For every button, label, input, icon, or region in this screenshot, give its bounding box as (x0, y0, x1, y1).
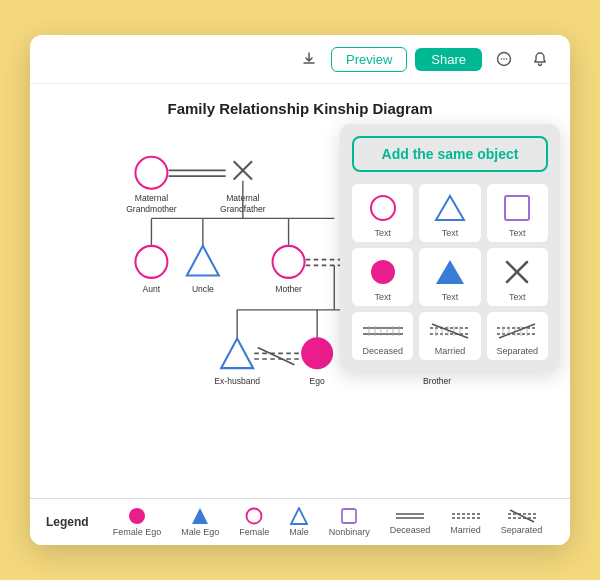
legend-item-male: Male (289, 507, 309, 537)
svg-point-61 (371, 260, 395, 284)
svg-marker-59 (436, 196, 464, 220)
legend-item-nonbinary: Nonbinary (329, 507, 370, 537)
svg-point-42 (301, 337, 333, 369)
legend-item-male-ego: Male Ego (181, 507, 219, 537)
connector-married[interactable]: Married (419, 312, 480, 360)
shape-triangle-filled[interactable]: Text (419, 248, 480, 306)
svg-point-48 (247, 509, 262, 524)
legend-bar: Legend Female Ego Male Ego Female (30, 498, 570, 545)
svg-rect-60 (505, 196, 529, 220)
svg-point-46 (129, 508, 145, 524)
svg-line-80 (432, 324, 468, 338)
legend-item-deceased: Deceased (390, 509, 431, 535)
legend-item-female-ego: Female Ego (113, 507, 162, 537)
svg-point-21 (135, 246, 167, 278)
svg-marker-37 (221, 338, 253, 368)
main-content: Family Relationship Kinship Diagram Mate… (30, 84, 570, 545)
shape-grid-filled: Text Text Text (352, 248, 548, 306)
svg-text:Uncle: Uncle (192, 284, 214, 294)
legend-item-married: Married (450, 509, 481, 535)
svg-point-58 (371, 196, 395, 220)
svg-rect-50 (342, 509, 356, 523)
connector-grid: Deceased Married (352, 312, 548, 360)
shape-circle-outline[interactable]: Text (352, 184, 413, 242)
svg-text:Grandmother: Grandmother (126, 204, 177, 214)
svg-line-88 (499, 324, 535, 338)
legend-label: Legend (46, 515, 89, 529)
popup-panel: Add the same object Text Text Text (340, 124, 560, 372)
add-same-object-button[interactable]: Add the same object (352, 136, 548, 172)
shape-x-mark[interactable]: Text (487, 248, 548, 306)
svg-point-4 (135, 157, 167, 189)
svg-line-41 (258, 348, 295, 365)
connector-separated[interactable]: Separated (487, 312, 548, 360)
legend-item-separated: Separated (501, 509, 543, 535)
chat-icon[interactable] (490, 45, 518, 73)
share-button[interactable]: Share (415, 48, 482, 71)
svg-marker-47 (192, 508, 208, 524)
svg-text:Ego: Ego (310, 376, 325, 386)
svg-text:Brother: Brother (423, 376, 451, 386)
svg-marker-62 (436, 260, 464, 284)
svg-point-2 (503, 58, 505, 60)
svg-marker-23 (187, 246, 219, 276)
shape-circle-filled[interactable]: Text (352, 248, 413, 306)
connector-double-line[interactable]: Deceased (352, 312, 413, 360)
svg-marker-49 (291, 508, 307, 524)
svg-text:Ex-husband: Ex-husband (214, 376, 260, 386)
svg-point-3 (506, 58, 508, 60)
preview-button[interactable]: Preview (331, 47, 407, 72)
svg-line-57 (510, 510, 534, 522)
shape-square-outline[interactable]: Text (487, 184, 548, 242)
shape-grid-outlines: Text Text Text (352, 184, 548, 242)
download-icon[interactable] (295, 45, 323, 73)
toolbar: Preview Share (30, 35, 570, 84)
legend-item-female: Female (239, 507, 269, 537)
svg-text:Mother: Mother (275, 284, 302, 294)
shape-triangle-outline[interactable]: Text (419, 184, 480, 242)
svg-text:Aunt: Aunt (143, 284, 161, 294)
bell-icon[interactable] (526, 45, 554, 73)
svg-point-25 (273, 246, 305, 278)
app-window: Preview Share Family Relationship Kinshi… (30, 35, 570, 545)
diagram-title: Family Relationship Kinship Diagram (54, 100, 546, 117)
svg-point-1 (501, 58, 503, 60)
svg-text:Maternal: Maternal (135, 193, 168, 203)
